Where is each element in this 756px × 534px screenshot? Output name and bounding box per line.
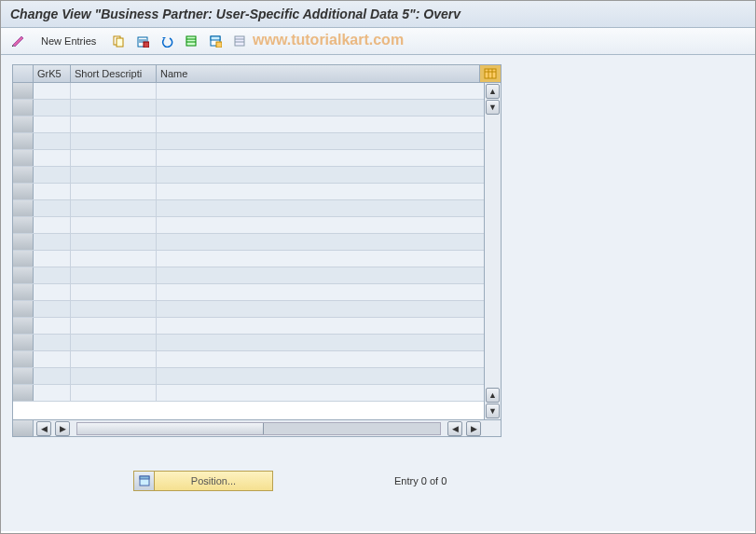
cell-short-description[interactable] [71, 200, 157, 216]
table-row[interactable] [13, 368, 484, 385]
table-row[interactable] [13, 217, 484, 234]
row-selector[interactable] [13, 267, 34, 283]
hscroll-track[interactable] [76, 422, 441, 435]
cell-name[interactable] [157, 167, 484, 183]
table-row[interactable] [13, 318, 484, 335]
cell-short-description[interactable] [71, 351, 157, 367]
cell-grk5[interactable] [34, 167, 71, 183]
row-selector[interactable] [13, 100, 34, 116]
cell-name[interactable] [157, 133, 484, 149]
row-selector[interactable] [13, 133, 34, 149]
select-block-button[interactable] [205, 32, 226, 50]
col-header-short-description[interactable]: Short Descripti [71, 65, 157, 82]
table-row[interactable] [13, 133, 484, 150]
cell-name[interactable] [157, 217, 484, 233]
cell-short-description[interactable] [71, 133, 157, 149]
table-row[interactable] [13, 234, 484, 251]
cell-grk5[interactable] [34, 184, 71, 199]
cell-short-description[interactable] [71, 368, 157, 384]
table-row[interactable] [13, 100, 484, 116]
toggle-display-change-button[interactable] [8, 32, 29, 50]
table-row[interactable] [13, 385, 484, 402]
scroll-up-button-2[interactable]: ▲ [486, 388, 500, 403]
row-selector[interactable] [13, 167, 34, 183]
cell-short-description[interactable] [71, 284, 157, 300]
cell-short-description[interactable] [71, 318, 157, 334]
cell-name[interactable] [157, 83, 484, 99]
table-row[interactable] [13, 83, 484, 100]
cell-name[interactable] [157, 385, 484, 401]
cell-name[interactable] [157, 100, 484, 116]
table-row[interactable] [13, 351, 484, 368]
cell-short-description[interactable] [71, 301, 157, 317]
cell-name[interactable] [157, 351, 484, 367]
row-selector[interactable] [13, 284, 34, 300]
table-row[interactable] [13, 200, 484, 217]
table-row[interactable] [13, 301, 484, 318]
cell-short-description[interactable] [71, 83, 157, 99]
cell-short-description[interactable] [71, 184, 157, 199]
cell-grk5[interactable] [34, 351, 71, 367]
delete-button[interactable] [132, 32, 153, 50]
row-selector[interactable] [13, 335, 34, 350]
cell-name[interactable] [157, 251, 484, 267]
table-row[interactable] [13, 150, 484, 167]
col-header-grk5[interactable]: GrK5 [34, 65, 71, 82]
position-button[interactable]: Position... [133, 471, 273, 491]
cell-name[interactable] [157, 267, 484, 283]
col-header-name[interactable]: Name [157, 65, 480, 82]
cell-name[interactable] [157, 284, 484, 300]
table-row[interactable] [13, 335, 484, 351]
cell-grk5[interactable] [34, 318, 71, 334]
scroll-left-button[interactable]: ◀ [36, 421, 51, 436]
table-row[interactable] [13, 251, 484, 267]
row-selector[interactable] [13, 368, 34, 384]
cell-grk5[interactable] [34, 150, 71, 166]
cell-name[interactable] [157, 318, 484, 334]
row-selector[interactable] [13, 385, 34, 401]
cell-name[interactable] [157, 234, 484, 250]
scroll-down-button[interactable]: ▼ [486, 100, 500, 115]
table-row[interactable] [13, 267, 484, 284]
scroll-up-button[interactable]: ▲ [486, 84, 500, 99]
cell-short-description[interactable] [71, 267, 157, 283]
cell-short-description[interactable] [71, 116, 157, 132]
cell-grk5[interactable] [34, 385, 71, 401]
cell-short-description[interactable] [71, 335, 157, 350]
cell-grk5[interactable] [34, 234, 71, 250]
cell-short-description[interactable] [71, 234, 157, 250]
select-all-button[interactable] [181, 32, 201, 50]
cell-short-description[interactable] [71, 150, 157, 166]
scroll-down-button-2[interactable]: ▼ [486, 404, 500, 418]
cell-short-description[interactable] [71, 167, 157, 183]
table-row[interactable] [13, 284, 484, 301]
cell-grk5[interactable] [34, 100, 71, 116]
row-selector[interactable] [13, 83, 34, 99]
scroll-left-button-2[interactable]: ◀ [447, 421, 462, 436]
hscroll-thumb[interactable] [77, 423, 264, 434]
horizontal-scrollbar[interactable]: ◀ ▶ ◀ ▶ [13, 419, 501, 436]
cell-grk5[interactable] [34, 267, 71, 283]
row-selector[interactable] [13, 184, 34, 199]
cell-grk5[interactable] [34, 301, 71, 317]
new-entries-button[interactable]: New Entries [33, 33, 104, 49]
row-selector[interactable] [13, 217, 34, 233]
row-selector[interactable] [13, 234, 34, 250]
cell-name[interactable] [157, 335, 484, 350]
copy-button[interactable] [108, 32, 129, 50]
table-row[interactable] [13, 184, 484, 200]
row-selector[interactable] [13, 116, 34, 132]
cell-name[interactable] [157, 184, 484, 199]
cell-short-description[interactable] [71, 385, 157, 401]
cell-name[interactable] [157, 200, 484, 216]
cell-name[interactable] [157, 301, 484, 317]
row-selector[interactable] [13, 351, 34, 367]
cell-grk5[interactable] [34, 251, 71, 267]
cell-grk5[interactable] [34, 335, 71, 350]
cell-grk5[interactable] [34, 116, 71, 132]
row-selector[interactable] [13, 301, 34, 317]
table-row[interactable] [13, 167, 484, 184]
cell-name[interactable] [157, 368, 484, 384]
cell-name[interactable] [157, 150, 484, 166]
scroll-right-button-2[interactable]: ▶ [466, 421, 481, 436]
